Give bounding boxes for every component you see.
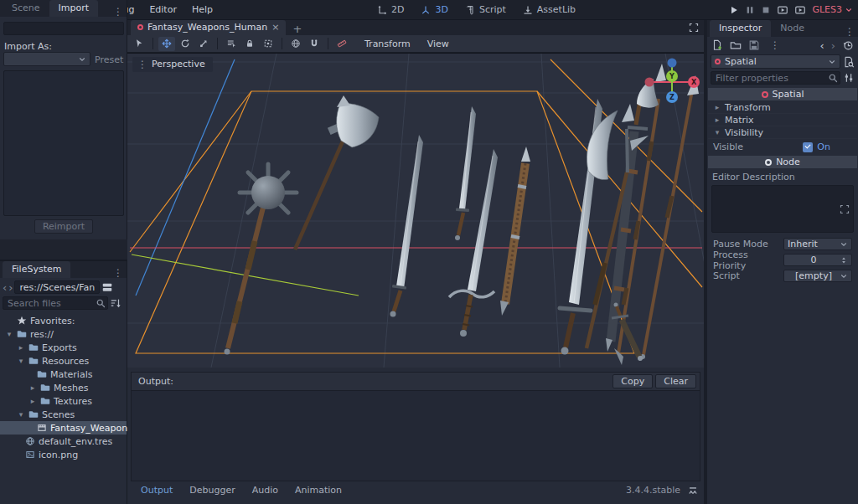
- perspective-menu[interactable]: ⋮ Perspective: [132, 57, 213, 72]
- 3d-viewport-canvas[interactable]: Y X Z: [127, 54, 704, 368]
- visible-checkbox[interactable]: [803, 142, 813, 152]
- lock-selected-icon[interactable]: [241, 37, 258, 51]
- tree-item-textures[interactable]: ▸Textures: [0, 394, 127, 408]
- stop-button[interactable]: [761, 5, 771, 15]
- filter-properties-input[interactable]: [711, 71, 840, 85]
- tab-close-icon[interactable]: ×: [271, 22, 279, 33]
- current-path-field[interactable]: [14, 280, 100, 294]
- process-priority-spinbox[interactable]: 0: [783, 254, 852, 266]
- tab-filesystem[interactable]: FileSystem: [3, 261, 70, 278]
- view-menu[interactable]: View: [420, 39, 457, 49]
- new-scene-tab-button[interactable]: +: [286, 23, 308, 35]
- tree-item-icon-png[interactable]: icon.png: [0, 448, 127, 461]
- script-icon: [465, 5, 475, 15]
- axis-ball-neg-x[interactable]: [645, 78, 654, 87]
- history-icon[interactable]: [842, 39, 854, 51]
- preset-button[interactable]: Preset: [95, 54, 123, 65]
- rotate-tool-icon[interactable]: [177, 37, 194, 51]
- tree-item-materials[interactable]: Materials: [0, 368, 127, 381]
- pause-button[interactable]: [745, 5, 755, 15]
- bottom-tab-audio[interactable]: Audio: [244, 485, 287, 496]
- workspace-3d[interactable]: 3D: [412, 4, 456, 15]
- tree-item-fantasy-weapons[interactable]: Fantasy_Weapons_Hum: [0, 421, 127, 435]
- dock-menu-icon[interactable]: ⋮: [110, 7, 127, 17]
- 3d-viewport[interactable]: Y X Z ⋮ Perspective: [127, 53, 704, 367]
- editor-description-textarea[interactable]: [711, 185, 854, 233]
- bottom-tab-animation[interactable]: Animation: [287, 485, 350, 496]
- group-visibility[interactable]: ▾Visibility: [708, 126, 857, 139]
- property-tools-icon[interactable]: [843, 72, 855, 84]
- tree-item-res[interactable]: ▾res://: [0, 327, 127, 341]
- axis-ball-neg[interactable]: [668, 59, 677, 68]
- bottom-tab-debugger[interactable]: Debugger: [181, 485, 243, 496]
- save-resource-icon[interactable]: [748, 39, 760, 51]
- split-mode-icon[interactable]: [101, 281, 113, 293]
- workspace-script[interactable]: Script: [457, 4, 514, 15]
- inspector-properties: Spatial ▸Transform ▸Matrix ▾Visibility V…: [707, 88, 858, 284]
- sort-files-icon[interactable]: [110, 297, 121, 309]
- workspace-switcher: 2D 3D Script AssetLib: [369, 4, 584, 15]
- node-selector[interactable]: Spatial: [711, 54, 840, 69]
- tree-item-resources[interactable]: ▾Resources: [0, 354, 127, 368]
- section-node[interactable]: Node: [708, 156, 857, 168]
- section-spatial[interactable]: Spatial: [708, 88, 857, 100]
- play-scene-button[interactable]: [777, 4, 788, 16]
- script-dropdown[interactable]: [empty]: [783, 270, 852, 282]
- pause-mode-dropdown[interactable]: Inherit: [783, 238, 852, 250]
- group-matrix[interactable]: ▸Matrix: [708, 114, 857, 126]
- copy-button[interactable]: Copy: [612, 374, 653, 388]
- tree-item-scenes[interactable]: ▾Scenes: [0, 408, 127, 421]
- tab-scene[interactable]: Scene: [3, 0, 49, 17]
- play-button[interactable]: [729, 5, 739, 15]
- inspector-toolbar: ⋮ ‹ ›: [707, 37, 858, 54]
- move-tool-icon[interactable]: [158, 37, 175, 51]
- bottom-tab-output[interactable]: Output: [132, 485, 181, 496]
- scale-tool-icon[interactable]: [195, 37, 212, 51]
- renderer-selector[interactable]: GLES3: [812, 4, 853, 15]
- group-transform[interactable]: ▸Transform: [708, 101, 857, 114]
- transform-menu[interactable]: Transform: [357, 39, 418, 49]
- expand-bottom-panel-icon[interactable]: [687, 485, 699, 496]
- open-docs-icon[interactable]: [843, 56, 855, 68]
- load-resource-icon[interactable]: [730, 39, 742, 51]
- spinner-icon[interactable]: [840, 256, 848, 265]
- history-forward-icon[interactable]: ›: [831, 39, 835, 52]
- import-as-dropdown[interactable]: [3, 52, 90, 66]
- snap-mode-icon[interactable]: [306, 37, 323, 51]
- resource-menu-icon[interactable]: ⋮: [767, 40, 783, 50]
- dock-menu-icon[interactable]: ⋮: [110, 268, 127, 278]
- dock-menu-icon[interactable]: ⋮: [841, 27, 858, 37]
- menu-editor[interactable]: Editor: [142, 4, 184, 15]
- tree-item-favorites[interactable]: Favorites:: [0, 314, 127, 327]
- tab-inspector[interactable]: Inspector: [710, 20, 771, 37]
- scene-tab[interactable]: Fantasy_Weapons_Human ×: [131, 20, 286, 35]
- tree-item-default-env[interactable]: default_env.tres: [0, 435, 127, 448]
- tab-node[interactable]: Node: [771, 20, 814, 37]
- group-selected-icon[interactable]: [260, 37, 277, 51]
- filesystem-dock-tabs: FileSystem ⋮: [0, 261, 127, 278]
- nav-back-button[interactable]: ‹: [3, 281, 7, 294]
- play-custom-scene-button[interactable]: [794, 4, 806, 16]
- expand-textarea-icon[interactable]: [840, 204, 850, 214]
- tree-item-meshes[interactable]: ▸Meshes: [0, 381, 127, 394]
- list-select-icon[interactable]: [223, 37, 240, 51]
- clear-button[interactable]: Clear: [655, 374, 696, 388]
- workspace-assetlib[interactable]: AssetLib: [514, 4, 584, 15]
- new-resource-icon[interactable]: [711, 39, 723, 51]
- select-tool-icon[interactable]: [131, 37, 147, 51]
- filesystem-searchbar: [0, 294, 127, 310]
- menu-help[interactable]: Help: [184, 4, 220, 15]
- node-selector-row: Spatial: [707, 54, 858, 69]
- import-dock: Scene Import ⋮ Import As: Preset Reimpor…: [0, 0, 127, 239]
- tab-import[interactable]: Import: [49, 0, 99, 17]
- search-files-input[interactable]: [3, 296, 108, 310]
- nav-forward-button[interactable]: ›: [8, 281, 13, 294]
- distraction-free-icon[interactable]: [689, 23, 699, 33]
- workspace-2d[interactable]: 2D: [369, 4, 412, 15]
- tree-item-exports[interactable]: ▸Exports: [0, 341, 127, 354]
- output-log-area[interactable]: [131, 390, 700, 481]
- history-back-icon[interactable]: ‹: [820, 39, 824, 52]
- reimport-button[interactable]: Reimport: [34, 219, 93, 234]
- local-space-icon[interactable]: [287, 37, 304, 51]
- override-camera-icon[interactable]: [333, 37, 350, 51]
